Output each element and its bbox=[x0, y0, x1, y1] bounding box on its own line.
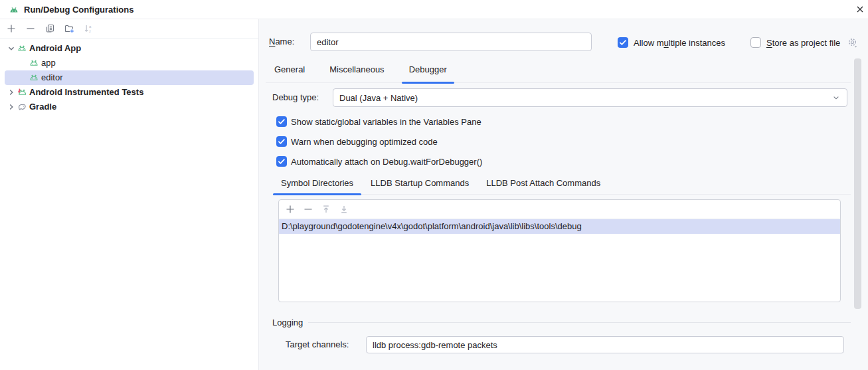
remove-icon[interactable] bbox=[25, 23, 36, 34]
subtab-lldb-post-attach-commands[interactable]: LLDB Post Attach Commands bbox=[478, 174, 608, 194]
tree-item-editor[interactable]: editor bbox=[5, 70, 254, 85]
tree-item-label: editor bbox=[41, 70, 63, 85]
lldb-subtabs: Symbol Directories LLDB Startup Commands… bbox=[273, 174, 851, 195]
sidebar-toolbar: a z bbox=[0, 19, 258, 39]
chevron-right-icon[interactable] bbox=[6, 102, 17, 112]
target-channels-input[interactable] bbox=[366, 336, 844, 353]
option-label: Warn when debugging optimized code bbox=[291, 137, 438, 147]
copy-icon[interactable] bbox=[44, 23, 55, 34]
tree-item-app[interactable]: app bbox=[5, 56, 254, 70]
dialog-titlebar: Run/Debug Configurations bbox=[0, 0, 868, 19]
move-down-icon[interactable] bbox=[339, 204, 349, 215]
tree-item-label: Android App bbox=[29, 41, 81, 56]
android-app-icon bbox=[9, 5, 19, 15]
chevron-right-icon[interactable] bbox=[6, 87, 17, 98]
option-label: Automatically attach on Debug.waitForDeb… bbox=[291, 157, 482, 167]
configurations-sidebar: a z Android App app edit bbox=[0, 19, 259, 370]
tree-item-label: Android Instrumented Tests bbox=[29, 85, 143, 100]
tree-group-android-instrumented-tests[interactable]: Android Instrumented Tests bbox=[5, 85, 254, 100]
tree-group-gradle[interactable]: Gradle bbox=[5, 100, 254, 114]
subtab-symbol-directories[interactable]: Symbol Directories bbox=[273, 174, 361, 194]
sort-icon[interactable]: a z bbox=[83, 23, 94, 34]
configurations-tree: Android App app editor Android Instrumen… bbox=[0, 39, 258, 114]
store-as-project-file-label: Store as project file bbox=[766, 38, 840, 48]
config-tabs: General Miscellaneous Debugger bbox=[266, 58, 851, 83]
dialog-title: Run/Debug Configurations bbox=[24, 0, 133, 19]
new-folder-icon[interactable] bbox=[64, 23, 74, 34]
add-icon[interactable] bbox=[6, 23, 17, 34]
logging-section: Logging bbox=[272, 317, 851, 327]
checkbox-checked-icon[interactable] bbox=[276, 156, 287, 167]
close-icon[interactable] bbox=[854, 3, 866, 15]
checkbox-checked-icon[interactable] bbox=[618, 37, 628, 48]
add-icon[interactable] bbox=[285, 204, 296, 215]
symbol-directories-toolbar bbox=[279, 200, 840, 219]
checkbox-checked-icon[interactable] bbox=[276, 136, 287, 147]
chevron-down-icon[interactable] bbox=[6, 43, 17, 54]
tab-general[interactable]: General bbox=[266, 58, 313, 82]
allow-multiple-instances-label: Allow multiple instances bbox=[634, 38, 725, 48]
svg-text:z: z bbox=[89, 29, 91, 33]
name-input[interactable] bbox=[310, 33, 592, 51]
warn-optimized-code-checkbox[interactable]: Warn when debugging optimized code bbox=[276, 136, 438, 147]
android-test-icon bbox=[17, 87, 27, 98]
checkbox-checked-icon[interactable] bbox=[276, 116, 287, 127]
allow-multiple-instances-checkbox[interactable]: Allow multiple instances bbox=[618, 37, 725, 48]
tree-item-label: app bbox=[41, 56, 56, 70]
auto-attach-checkbox[interactable]: Automatically attach on Debug.waitForDeb… bbox=[276, 155, 482, 167]
gradle-icon bbox=[17, 102, 27, 112]
android-icon bbox=[29, 72, 39, 83]
target-channels-label: Target channels: bbox=[286, 336, 349, 353]
debug-type-select[interactable]: Dual (Java + Native) bbox=[333, 88, 847, 107]
vertical-scrollbar-thumb[interactable] bbox=[854, 58, 861, 309]
store-as-project-file-checkbox[interactable]: Store as project file bbox=[750, 37, 859, 48]
tree-item-label: Gradle bbox=[29, 100, 56, 114]
gear-icon[interactable] bbox=[847, 37, 859, 48]
option-label: Show static/global variables in the Vari… bbox=[291, 117, 481, 127]
name-label: Name: bbox=[269, 33, 294, 51]
section-divider bbox=[308, 322, 851, 323]
tab-debugger[interactable]: Debugger bbox=[400, 58, 456, 82]
tree-group-android-app[interactable]: Android App bbox=[5, 41, 254, 56]
symbol-directories-panel: D:\playground\godotengine\v4x\godot\plat… bbox=[278, 199, 841, 302]
remove-icon[interactable] bbox=[303, 204, 313, 215]
android-icon bbox=[17, 43, 27, 54]
svg-text:a: a bbox=[89, 25, 92, 29]
move-up-icon[interactable] bbox=[321, 204, 331, 215]
logging-section-label: Logging bbox=[272, 318, 303, 327]
show-static-globals-checkbox[interactable]: Show static/global variables in the Vari… bbox=[276, 116, 481, 128]
tab-miscellaneous[interactable]: Miscellaneous bbox=[321, 58, 392, 82]
subtab-lldb-startup-commands[interactable]: LLDB Startup Commands bbox=[363, 174, 477, 194]
chevron-down-icon bbox=[831, 93, 841, 102]
configuration-editor: Name: Allow multiple instances Store as … bbox=[259, 19, 868, 370]
checkbox-unchecked-icon[interactable] bbox=[750, 37, 761, 48]
android-icon bbox=[29, 58, 39, 68]
symbol-directory-row[interactable]: D:\playground\godotengine\v4x\godot\plat… bbox=[279, 219, 840, 234]
debug-type-value: Dual (Java + Native) bbox=[339, 93, 831, 103]
debug-type-label: Debug type: bbox=[272, 88, 319, 107]
